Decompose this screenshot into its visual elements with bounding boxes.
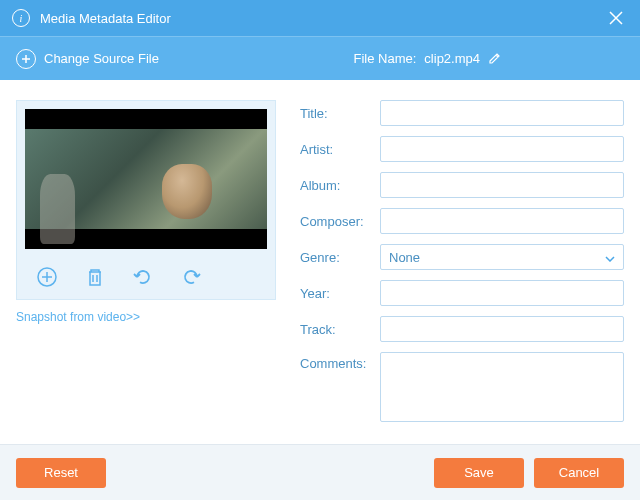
delete-snapshot-icon[interactable] [83,265,107,289]
year-input[interactable] [380,280,624,306]
toolbar: Change Source File File Name: clip2.mp4 [0,36,640,80]
title-label: Title: [300,106,380,121]
artist-label: Artist: [300,142,380,157]
metadata-form: Title: Artist: Album: Composer: Genre: N… [300,100,624,432]
genre-selected: None [389,250,420,265]
snapshot-from-video-link[interactable]: Snapshot from video>> [16,310,276,324]
change-source-label: Change Source File [44,51,159,66]
album-input[interactable] [380,172,624,198]
comments-input[interactable] [380,352,624,422]
cancel-button[interactable]: Cancel [534,458,624,488]
title-input[interactable] [380,100,624,126]
genre-label: Genre: [300,250,380,265]
chevron-down-icon [605,250,615,265]
track-input[interactable] [380,316,624,342]
video-thumbnail[interactable] [25,109,267,249]
titlebar: i Media Metadata Editor [0,0,640,36]
change-source-button[interactable]: Change Source File [16,49,159,69]
plus-icon [16,49,36,69]
artist-input[interactable] [380,136,624,162]
reset-button[interactable]: Reset [16,458,106,488]
snapshot-toolbar [25,255,267,299]
genre-select[interactable]: None [380,244,624,270]
snapshot-frame [16,100,276,300]
filename-label: File Name: [354,51,417,66]
save-button[interactable]: Save [434,458,524,488]
content-area: Snapshot from video>> Title: Artist: Alb… [0,80,640,444]
composer-input[interactable] [380,208,624,234]
year-label: Year: [300,286,380,301]
snapshot-panel: Snapshot from video>> [16,100,276,432]
filename-group: File Name: clip2.mp4 [354,51,505,67]
track-label: Track: [300,322,380,337]
info-icon: i [12,9,30,27]
album-label: Album: [300,178,380,193]
window-title: Media Metadata Editor [40,11,604,26]
composer-label: Composer: [300,214,380,229]
rotate-right-icon[interactable] [179,265,203,289]
edit-filename-icon[interactable] [488,51,504,67]
rotate-left-icon[interactable] [131,265,155,289]
filename-value: clip2.mp4 [424,51,480,66]
footer: Reset Save Cancel [0,444,640,500]
comments-label: Comments: [300,352,380,371]
add-snapshot-icon[interactable] [35,265,59,289]
close-icon[interactable] [604,6,628,30]
